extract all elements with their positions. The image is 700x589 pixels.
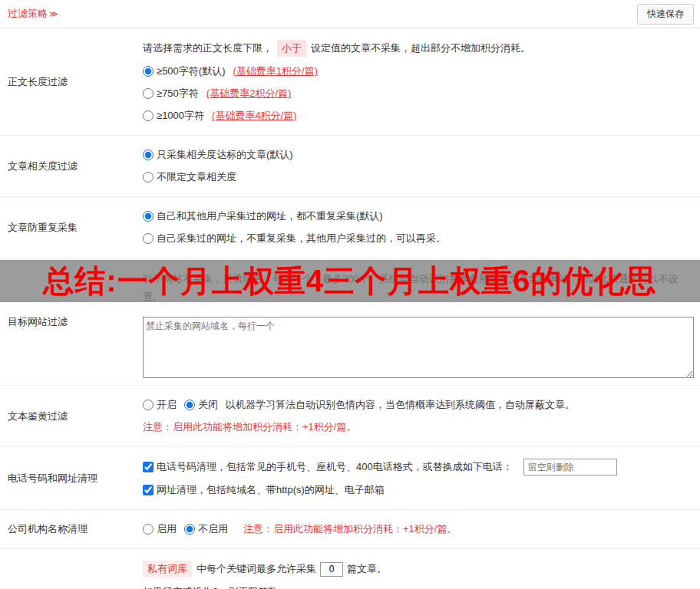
length-1000-fee-note: (基础费率4积分/篇) <box>212 108 297 123</box>
relevance-option-strict: 只采集相关度达标的文章(默认) <box>143 147 694 163</box>
dedup-self-text: 自己采集过的网址，不重复采集，其他用户采集过的，可以再采。 <box>157 231 446 246</box>
page-title-text: 过滤策略 <box>8 8 48 19</box>
company-clean-options: 启用 不启用 注意：启用此功能将增加积分消耗：+1积分/篇。 <box>143 522 694 537</box>
row-label-porn-filter: 文本鉴黄过滤 <box>0 386 137 446</box>
length-1000-radio[interactable] <box>143 110 154 121</box>
porn-filter-note: 注意：启用此功能将增加积分消耗：+1积分/篇。 <box>143 420 694 435</box>
dedup-self-radio-label[interactable]: 自己采集过的网址，不重复采集，其他用户采集过的，可以再采。 <box>143 231 446 246</box>
row-label-relevance-filter: 文章相关度过滤 <box>0 136 137 196</box>
row-label-company-clean: 公司机构名称清理 <box>0 510 137 548</box>
replacement-phone-input[interactable] <box>523 459 617 475</box>
company-clean-note: 注意：启用此功能将增加积分消耗：+1积分/篇。 <box>243 522 457 537</box>
porn-filter-desc: 以机器学习算法自动识别色情内容，当色情概率达到系统阈值，自动屏蔽文章。 <box>226 397 575 413</box>
keyword-limit-mid: 中每个关键词最多允许采集 <box>196 561 316 577</box>
length-500-fee-note: (基础费率1积分/篇) <box>233 64 318 79</box>
row-keyword-dedup: 关键词防重复采集 私有词库 中每个关键词最多允许采集 篇文章。 如果留空或设为0… <box>0 549 700 589</box>
topbar: 过滤策略≫ 快速保存 <box>0 0 700 28</box>
porn-on-radio-label[interactable]: 开启 <box>143 397 177 413</box>
row-content-phone-url-clean: 电话号码清理，包括常见的手机号、座机号、400电话格式，或替换成如下电话： 网址… <box>137 447 700 509</box>
porn-on-radio[interactable] <box>143 400 154 410</box>
relevance-strict-radio[interactable] <box>143 150 154 160</box>
row-length-filter: 正文长度过滤 请选择需求的正文长度下限， 小于 设定值的文章不采集，超出部分不增… <box>0 28 700 136</box>
phone-clean-line: 电话号码清理，包括常见的手机号、座机号、400电话格式，或替换成如下电话： <box>143 459 694 475</box>
length-filter-intro: 请选择需求的正文长度下限， 小于 设定值的文章不采集，超出部分不增加积分消耗。 <box>143 40 694 57</box>
porn-on-text: 开启 <box>157 397 177 413</box>
length-500-text: ≥500字符(默认) <box>157 64 225 79</box>
row-relevance-filter: 文章相关度过滤 只采集相关度达标的文章(默认) 不限定文章相关度 <box>0 136 700 197</box>
row-phone-url-clean: 电话号码和网址清理 电话号码清理，包括常见的手机号、座机号、400电话格式，或替… <box>0 447 700 510</box>
dedup-self-radio[interactable] <box>143 233 154 244</box>
relevance-strict-radio-label[interactable]: 只采集相关度达标的文章(默认) <box>143 147 293 163</box>
porn-off-text: 关闭 <box>198 397 218 413</box>
dedup-option-global: 自己和其他用户采集过的网址，都不重复采集(默认) <box>143 209 694 224</box>
length-option-1000: ≥1000字符 (基础费率4积分/篇) <box>143 108 694 123</box>
row-content-company-clean: 启用 不启用 注意：启用此功能将增加积分消耗：+1积分/篇。 <box>137 510 700 548</box>
row-dedup-filter: 文章防重复采集 自己和其他用户采集过的网址，都不重复采集(默认) 自己采集过的网… <box>0 197 700 258</box>
row-label-keyword-dedup: 关键词防重复采集 <box>0 549 137 589</box>
phone-clean-checkbox[interactable] <box>143 462 154 472</box>
relevance-any-text: 不限定文章相关度 <box>157 169 236 185</box>
private-lexicon-tag[interactable]: 私有词库 <box>143 561 192 577</box>
length-option-500-radio-label[interactable]: ≥500字符(默认) <box>143 64 225 79</box>
length-750-fee-note: (基础费率2积分/篇) <box>206 86 292 101</box>
row-label-length-filter: 正文长度过滤 <box>0 28 137 135</box>
company-off-text: 不启用 <box>198 522 228 537</box>
relevance-option-any: 不限定文章相关度 <box>143 169 694 185</box>
length-option-750-radio-label[interactable]: ≥750字符 <box>143 86 199 101</box>
company-on-radio-label[interactable]: 启用 <box>143 522 177 537</box>
chevron-down-icon: ≫ <box>49 9 58 18</box>
dedup-global-text: 自己和其他用户采集过的网址，都不重复采集(默认) <box>157 209 383 224</box>
company-on-text: 启用 <box>157 522 177 537</box>
row-company-clean: 公司机构名称清理 启用 不启用 注意：启用此功能将增加积分消耗：+1积分/篇。 <box>0 510 700 549</box>
row-label-phone-url-clean: 电话号码和网址清理 <box>0 447 137 509</box>
relevance-any-radio[interactable] <box>143 172 154 183</box>
keyword-limit-line: 私有词库 中每个关键词最多允许采集 篇文章。 <box>143 561 694 577</box>
length-option-500: ≥500字符(默认) (基础费率1积分/篇) <box>143 64 694 79</box>
row-porn-filter: 文本鉴黄过滤 开启 关闭 以机器学习算法自动识别色情内容，当色情概率达到系统阈值… <box>0 386 700 447</box>
row-content-dedup-filter: 自己和其他用户采集过的网址，都不重复采集(默认) 自己采集过的网址，不重复采集，… <box>137 197 700 258</box>
length-option-1000-radio-label[interactable]: ≥1000字符 <box>143 108 204 123</box>
length-750-text: ≥750字符 <box>157 86 199 101</box>
length-option-750: ≥750字符 (基础费率2积分/篇) <box>143 86 694 101</box>
quick-save-button[interactable]: 快速保存 <box>637 4 694 25</box>
company-off-radio-label[interactable]: 不启用 <box>184 522 228 537</box>
url-clean-checkbox[interactable] <box>143 485 154 495</box>
phone-clean-checkbox-label[interactable]: 电话号码清理，包括常见的手机号、座机号、400电话格式，或替换成如下电话： <box>143 459 513 475</box>
relevance-any-radio-label[interactable]: 不限定文章相关度 <box>143 169 236 185</box>
length-500-radio[interactable] <box>143 66 154 77</box>
page-title[interactable]: 过滤策略≫ <box>8 7 58 21</box>
intro-after: 设定值的文章不采集，超出部分不增加积分消耗。 <box>311 41 530 56</box>
keyword-note-zero: 如果留空或设为0，则不限篇数。 <box>143 584 694 589</box>
porn-off-radio[interactable] <box>184 400 195 410</box>
blocked-domains-textarea[interactable] <box>143 317 694 378</box>
url-clean-line: 网址清理，包括纯域名、带http(s)的网址、电子邮箱 <box>143 482 694 498</box>
dedup-global-radio-label[interactable]: 自己和其他用户采集过的网址，都不重复采集(默认) <box>143 209 383 224</box>
relevance-strict-text: 只采集相关度达标的文章(默认) <box>157 147 293 163</box>
keyword-limit-input[interactable] <box>320 562 343 577</box>
row-content-porn-filter: 开启 关闭 以机器学习算法自动识别色情内容，当色情概率达到系统阈值，自动屏蔽文章… <box>137 386 700 446</box>
url-clean-checkbox-label[interactable]: 网址清理，包括纯域名、带http(s)的网址、电子邮箱 <box>143 482 385 498</box>
porn-filter-options: 开启 关闭 以机器学习算法自动识别色情内容，当色情概率达到系统阈值，自动屏蔽文章… <box>143 397 694 413</box>
length-1000-text: ≥1000字符 <box>157 108 204 123</box>
intro-before: 请选择需求的正文长度下限， <box>143 41 272 56</box>
dedup-global-radio[interactable] <box>143 211 154 222</box>
url-clean-text: 网址清理，包括纯域名、带http(s)的网址、电子邮箱 <box>157 482 385 498</box>
watermark-text: 总结:一个月上权重4三个月上权重6的优化思 <box>44 260 657 302</box>
keyword-limit-end: 篇文章。 <box>347 561 387 577</box>
company-on-radio[interactable] <box>143 524 154 535</box>
row-content-relevance-filter: 只采集相关度达标的文章(默认) 不限定文章相关度 <box>137 136 700 196</box>
porn-off-radio-label[interactable]: 关闭 <box>184 397 218 413</box>
dedup-option-self: 自己采集过的网址，不重复采集，其他用户采集过的，可以再采。 <box>143 231 694 246</box>
row-content-keyword-dedup: 私有词库 中每个关键词最多允许采集 篇文章。 如果留空或设为0，则不限篇数。 如… <box>137 549 700 589</box>
row-content-length-filter: 请选择需求的正文长度下限， 小于 设定值的文章不采集，超出部分不增加积分消耗。 … <box>137 28 700 135</box>
company-off-radio[interactable] <box>184 524 195 535</box>
phone-clean-text: 电话号码清理，包括常见的手机号、座机号、400电话格式，或替换成如下电话： <box>157 459 513 475</box>
row-label-dedup-filter: 文章防重复采集 <box>0 197 137 258</box>
watermark-banner: 总结:一个月上权重4三个月上权重6的优化思 <box>0 260 700 302</box>
intro-highlight: 小于 <box>277 40 306 57</box>
length-750-radio[interactable] <box>143 88 154 99</box>
